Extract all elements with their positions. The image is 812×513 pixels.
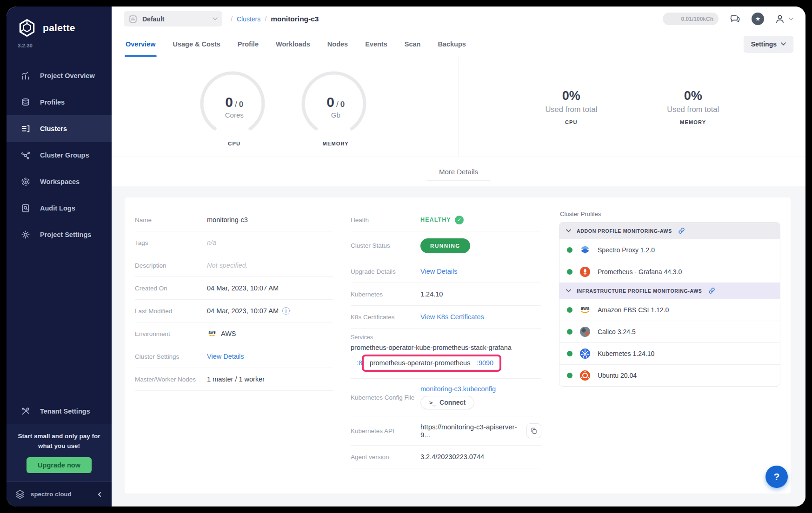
addon-profile-name: ADDON PROFILE MONITORING-AWS xyxy=(577,228,672,234)
sidebar-item-project-overview[interactable]: Project Overview xyxy=(7,62,112,89)
sidebar-item-label: Clusters xyxy=(40,125,67,132)
document-search-icon xyxy=(20,203,31,213)
sidebar-item-label: Profiles xyxy=(40,99,65,106)
sidebar-item-label: Cluster Groups xyxy=(40,151,89,159)
profile-item-ubuntu[interactable]: Ubuntu 20.04 xyxy=(559,364,780,386)
upgrade-now-button[interactable]: Upgrade now xyxy=(27,457,92,473)
kubernetes-icon xyxy=(579,348,591,360)
more-details-button[interactable]: More Details xyxy=(427,163,490,180)
green-status-dot xyxy=(567,373,572,378)
sidebar-item-clusters[interactable]: Clusters xyxy=(7,115,112,142)
sidebar-item-audit-logs[interactable]: Audit Logs xyxy=(7,195,112,221)
memory-gauge-unit: Gb xyxy=(299,111,373,119)
aws-logo-icon: aws xyxy=(207,329,217,338)
cluster-settings-view-details-link[interactable]: View Details xyxy=(207,353,244,360)
kubeconfig-download-link[interactable]: monitoring-c3.kubeconfig xyxy=(420,385,496,393)
highlighted-service-annotation: prometheus-operator-prometheus :9090 xyxy=(362,355,502,372)
bar-chart-icon xyxy=(20,71,31,81)
profile-item-prometheus-grafana[interactable]: Prometheus - Grafana 44.3.0 xyxy=(559,261,780,283)
breadcrumb-separator: / xyxy=(265,15,266,23)
info-icon[interactable]: i xyxy=(282,307,290,315)
brand-name: palette xyxy=(43,22,75,33)
status-row-kubeconfig: Kubernetes Config File monitoring-c3.kub… xyxy=(351,379,541,416)
profile-item-amazon-ebs-csi[interactable]: aws Amazon EBS CSI 1.12.0 xyxy=(559,299,780,321)
status-row-api: Kubernetes API https://monitoring-c3-api… xyxy=(351,416,541,446)
help-button[interactable]: ? xyxy=(765,466,788,488)
link-icon[interactable] xyxy=(708,287,716,295)
profile-item-calico[interactable]: Calico 3.24.5 xyxy=(559,321,780,342)
upgrade-view-details-link[interactable]: View Details xyxy=(420,268,458,275)
sidebar-item-workspaces[interactable]: Workspaces xyxy=(7,168,112,195)
chevron-down-icon xyxy=(566,289,571,292)
network-nodes-icon xyxy=(20,150,31,160)
infrastructure-profile-header[interactable]: INFRASTRUCTURE PROFILE MONITORING-AWS xyxy=(559,283,780,299)
services-block: Services prometheus-operator-kube-promet… xyxy=(351,329,541,379)
status-row-cluster-status: Cluster Status RUNNING xyxy=(351,231,541,260)
usage-meter: 0.01/100kCh xyxy=(663,13,719,25)
view-k8s-certificates-link[interactable]: View K8s Certificates xyxy=(420,313,484,321)
cpu-total-value: 0 xyxy=(239,100,243,109)
svg-text:aws: aws xyxy=(208,330,216,335)
kubernetes-api-url: https://monitoring-c3-apiserver-9... xyxy=(420,423,522,439)
chevron-down-icon xyxy=(213,17,218,20)
brand: palette xyxy=(7,7,112,38)
project-selector[interactable]: Default xyxy=(124,11,222,26)
sidebar-item-cluster-groups[interactable]: Cluster Groups xyxy=(7,142,112,168)
service-grafana-name: prometheus-operator-kube-prometheus-stac… xyxy=(351,344,541,351)
sidebar-spacer xyxy=(7,248,112,398)
cpu-usage-caption: Used from total xyxy=(545,105,597,114)
main-area: Default / Clusters / monitoring-c3 0.01/… xyxy=(112,7,805,506)
settings-button[interactable]: Settings xyxy=(744,36,793,53)
tab-events[interactable]: Events xyxy=(365,31,387,57)
upgrade-text: Start small and only pay for what you us… xyxy=(15,432,103,451)
memory-usage-caption: Used from total xyxy=(667,105,719,114)
status-row-kubernetes: Kubernetes 1.24.10 xyxy=(351,283,541,306)
link-icon[interactable] xyxy=(678,227,686,235)
tab-overview[interactable]: Overview xyxy=(126,31,156,57)
breadcrumb-separator: / xyxy=(231,15,233,23)
sidebar-item-project-settings[interactable]: Project Settings xyxy=(7,221,112,248)
cluster-profiles-column: Cluster Profiles ADDON PROFILE MONITORIN… xyxy=(559,209,780,482)
connect-button[interactable]: >_ Connect xyxy=(420,396,474,409)
sidebar-item-profiles[interactable]: Profiles xyxy=(7,89,112,115)
running-status-badge: RUNNING xyxy=(420,238,470,253)
tab-backups[interactable]: Backups xyxy=(438,31,466,57)
project-selector-value: Default xyxy=(142,15,164,23)
profile-item-kubernetes[interactable]: Kubernetes 1.24.10 xyxy=(559,342,780,364)
tab-usage-costs[interactable]: Usage & Costs xyxy=(173,31,220,57)
detail-row-last-modified: Last Modified 04 Mar, 2023, 10:07 AM i xyxy=(135,300,333,322)
detail-row-cluster-settings: Cluster Settings View Details xyxy=(135,345,333,368)
sidebar-item-tenant-settings[interactable]: Tenant Settings xyxy=(7,398,112,424)
user-menu[interactable] xyxy=(774,13,793,25)
tab-workloads[interactable]: Workloads xyxy=(276,31,310,57)
tab-profile[interactable]: Profile xyxy=(238,31,259,57)
tab-scan[interactable]: Scan xyxy=(405,31,421,57)
gear-icon xyxy=(20,230,31,240)
profile-item-spectro-proxy[interactable]: Spectro Proxy 1.2.0 xyxy=(559,239,780,261)
health-status-text: HEALTHY xyxy=(420,217,451,223)
cluster-profiles-box: ADDON PROFILE MONITORING-AWS xyxy=(559,222,780,387)
chevron-down-icon xyxy=(789,18,793,20)
detail-row-tags: Tags n/a xyxy=(135,231,333,254)
status-row-certificates: K8s Certificates View K8s Certificates xyxy=(351,306,541,329)
calico-icon xyxy=(579,326,591,338)
tab-nodes[interactable]: Nodes xyxy=(327,31,348,57)
connect-button-label: Connect xyxy=(439,399,466,406)
aws-logo-icon: aws xyxy=(579,304,591,316)
addon-profile-header[interactable]: ADDON PROFILE MONITORING-AWS xyxy=(559,223,780,239)
services-label: Services xyxy=(351,334,541,341)
breadcrumb-clusters-link[interactable]: Clusters xyxy=(237,15,260,23)
service-prometheus-port-link[interactable]: :9090 xyxy=(477,359,493,367)
spectro-cloud-name: spectro cloud xyxy=(31,491,72,498)
collapse-sidebar-icon[interactable] xyxy=(97,492,102,497)
sidebar-footer: spectro cloud xyxy=(7,481,112,506)
star-icon[interactable]: ★ xyxy=(752,13,764,25)
check-circle-icon: ✓ xyxy=(455,216,464,224)
cpu-gauge-label: CPU xyxy=(197,141,272,146)
chat-icon[interactable] xyxy=(729,13,741,25)
service-prometheus-name: prometheus-operator-prometheus xyxy=(370,359,471,367)
sidebar: palette 3.2.30 Project Overview xyxy=(7,7,112,506)
upgrade-panel: Start small and only pay for what you us… xyxy=(7,424,112,481)
breadcrumb: / Clusters / monitoring-c3 xyxy=(231,15,319,23)
copy-button[interactable] xyxy=(526,423,541,438)
